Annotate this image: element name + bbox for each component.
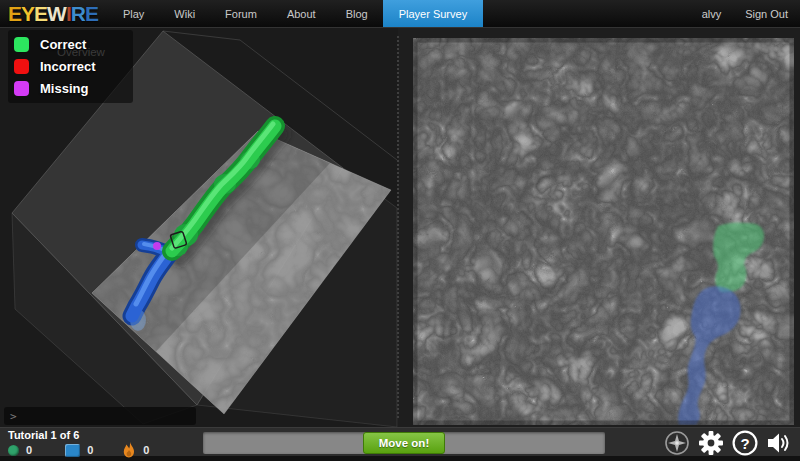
streak-count: 0 — [143, 444, 149, 456]
nav-item-blog[interactable]: Blog — [331, 0, 383, 27]
logo-letter: E — [34, 0, 47, 28]
recenter-button[interactable] — [660, 429, 694, 456]
bottom-status-bar: Tutorial 1 of 6 0 0 0 Move on! — [0, 427, 800, 456]
nav-item-wiki[interactable]: Wiki — [159, 0, 210, 27]
incorrect-color-chip — [14, 59, 29, 74]
logo-letter: Y — [21, 0, 34, 28]
nav-item-about[interactable]: About — [272, 0, 331, 27]
nav-item-play[interactable]: Play — [108, 0, 159, 27]
nav-spacer — [483, 0, 689, 27]
volume-icon — [766, 431, 792, 455]
help-icon: ? — [731, 429, 759, 457]
gear-icon — [697, 429, 725, 457]
help-button[interactable]: ? — [728, 429, 762, 456]
cell-dot-icon — [8, 445, 19, 456]
streak-counter: 0 — [123, 442, 149, 458]
legend-label: Missing — [40, 81, 88, 96]
cubes-count: 0 — [87, 444, 93, 456]
main-content: Overview Correct Incorrect Missing > — [0, 28, 800, 427]
username-link[interactable]: alvy — [690, 0, 734, 27]
legend-label: Correct — [40, 37, 86, 52]
legend-row-correct: Correct — [14, 36, 133, 53]
logo-letter: R — [71, 0, 85, 28]
eyewire-app: E Y E W I R E Play Wiki Forum About Blog… — [0, 0, 800, 461]
score-counters: 0 0 0 — [8, 442, 149, 458]
view-controls: ? — [660, 429, 796, 456]
em-slice-viewport[interactable] — [413, 38, 794, 425]
svg-text:?: ? — [740, 434, 749, 451]
legend-label: Incorrect — [40, 59, 96, 74]
logo-letter: E — [8, 0, 21, 28]
flame-icon — [123, 442, 136, 458]
cube-icon — [65, 444, 80, 457]
eyewire-logo[interactable]: E Y E W I R E — [0, 0, 108, 27]
em-slice-canvas — [413, 38, 794, 425]
volume-button[interactable] — [762, 429, 796, 456]
legend-row-incorrect: Incorrect — [14, 58, 133, 75]
top-nav: E Y E W I R E Play Wiki Forum About Blog… — [0, 0, 800, 28]
chat-console: > — [4, 407, 196, 425]
console-input[interactable] — [21, 410, 190, 423]
panel-divider — [397, 36, 399, 418]
correct-color-chip — [14, 37, 29, 52]
cubes-counter: 0 — [65, 444, 93, 457]
nav-item-forum[interactable]: Forum — [210, 0, 272, 27]
logo-letter: E — [85, 0, 98, 28]
move-on-button[interactable]: Move on! — [363, 432, 445, 454]
logo-letter: W — [47, 0, 66, 28]
sign-out-link[interactable]: Sign Out — [733, 0, 800, 27]
recenter-icon — [663, 429, 691, 457]
cells-counter: 0 — [8, 444, 32, 456]
legend-row-missing: Missing — [14, 80, 133, 97]
missing-color-chip — [14, 81, 29, 96]
tutorial-progress-label: Tutorial 1 of 6 — [8, 429, 79, 441]
accuracy-legend: Correct Incorrect Missing — [8, 30, 133, 103]
console-prompt: > — [10, 410, 17, 423]
settings-button[interactable] — [694, 429, 728, 456]
cube-progress-bar: Move on! — [203, 432, 605, 454]
cells-count: 0 — [26, 444, 32, 456]
overview-3d-viewport[interactable]: Overview Correct Incorrect Missing > — [0, 28, 398, 427]
nav-item-player-survey[interactable]: Player Survey — [383, 0, 483, 27]
